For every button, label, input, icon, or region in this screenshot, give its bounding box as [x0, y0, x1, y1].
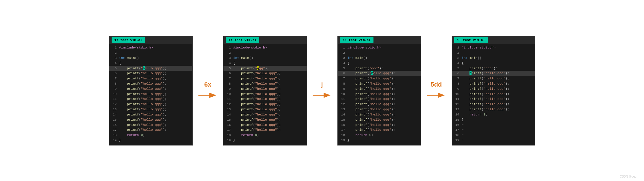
table-row: 15 printf("hello qqq"); [338, 117, 421, 122]
table-row: 17 printf("hello qqq"); [338, 127, 421, 133]
arrow-icon-3 [426, 90, 446, 100]
table-row: 12 printf("hello qqq"); [109, 102, 192, 107]
table-row: 4{ [109, 61, 192, 66]
tab-label-4: 1: test_vim.c+ [454, 37, 488, 43]
table-row: 16~ [452, 122, 535, 128]
table-row: 14 printf("hello qqq"); [109, 112, 192, 117]
table-row: 4{ [338, 61, 421, 66]
table-row: 6 printf("hello qqq"); [224, 71, 307, 76]
table-row: 12 printf("hello qqq"); [224, 102, 307, 107]
watermark: CSDN @qqq__ [620, 175, 640, 178]
table-row: 11 printf("hello qqq"); [452, 96, 535, 102]
table-row: 16 printf("hello qqq"); [338, 122, 421, 128]
table-row: 1#include<stdio.h> [224, 45, 307, 50]
table-row: 5 printf("qqq"); [224, 66, 307, 71]
table-row: 16 printf("hello qqq"); [224, 122, 307, 128]
table-row: 14 return 0; [452, 112, 535, 117]
table-row: 6 printf("hello qqq"); [109, 71, 192, 76]
table-row: 13 printf("hello qqq"); [338, 107, 421, 112]
table-row: 15 printf("hello qqq"); [224, 117, 307, 122]
table-row: 13 printf("hello qqq"); [224, 107, 307, 112]
editor-panel-4: 1: test_vim.c+ 1#include<stdio.h> 2 3int… [452, 36, 535, 145]
tab-label-2: 1: test_vim.c+ [226, 37, 260, 43]
table-row: 18~ [452, 133, 535, 138]
table-row: 13 printf("hello qqq"); [452, 107, 535, 112]
table-row: 9 printf("hello qqq"); [338, 86, 421, 92]
table-row: 18 return 0; [109, 133, 192, 138]
code-area-2: 1#include<stdio.h> 2 3int main() 4{ 5 pr… [224, 44, 307, 144]
table-row: 8 printf("hello qqq"); [338, 81, 421, 86]
table-row: 11 printf("hello qqq"); [224, 96, 307, 102]
tab-label-1: 1: test_vim.c+ [112, 37, 145, 43]
table-row: 3int main() [224, 55, 307, 61]
editor-panel-3: 1: test_vim.c+ 1#include<stdio.h> 2 3int… [337, 36, 421, 145]
table-row: 7 printf("hello qqq"); [338, 76, 421, 81]
table-row: 14 printf("hello qqq"); [338, 112, 421, 117]
arrow-2: j [312, 81, 332, 100]
editor-panel-1: 1: test_vim.c+ 1#include<stdio.h> 2 3int… [109, 36, 193, 145]
table-row: 9 printf("hello qqq"); [224, 86, 307, 92]
table-row: 17 printf("hello qqq"); [224, 127, 307, 133]
table-row: 16 printf("hello qqq"); [109, 122, 192, 128]
table-row: 2 [452, 50, 535, 55]
table-row: 10 printf("hello qqq"); [338, 92, 421, 97]
table-row: 9 printf("hello qqq"); [109, 86, 192, 92]
table-row: 7 printf("hello qqq"); [224, 76, 307, 81]
table-row: 19} [338, 138, 421, 143]
table-row: 15 printf("hello qqq"); [109, 117, 192, 122]
code-area-3: 1#include<stdio.h> 2 3int main() 4{ 5 pr… [338, 44, 421, 144]
tab-bar-2: 1: test_vim.c+ [224, 36, 307, 44]
table-row: 8 printf("hello qqq"); [224, 81, 307, 86]
table-row: 19~ [452, 138, 535, 143]
table-row: 12 printf("hello qqq"); [338, 102, 421, 107]
table-row: 3int main() [452, 55, 535, 61]
table-row: 6 printf("hello qqq"); [452, 71, 535, 76]
table-row: 8 printf("hello qqq"); [452, 81, 535, 86]
arrow-icon-2 [312, 90, 332, 100]
table-row: 4{ [452, 61, 535, 66]
table-row: 18 return 0; [338, 133, 421, 138]
arrow-icon-1 [198, 90, 218, 100]
table-row: 11 printf("hello qqq"); [109, 96, 192, 102]
main-container: 1: test_vim.c+ 1#include<stdio.h> 2 3int… [100, 30, 544, 151]
table-row: 19} [224, 138, 307, 143]
table-row: 13 printf("hello qqq"); [109, 107, 192, 112]
arrow-label-3: 5dd [431, 81, 442, 88]
table-row: 9 printf("hello qqq"); [452, 86, 535, 92]
tab-bar-1: 1: test_vim.c+ [109, 36, 192, 44]
tab-bar-4: 1: test_vim.c+ [452, 36, 535, 44]
arrow-label-1: 6x [204, 81, 211, 88]
table-row: 12 printf("hello qqq"); [452, 102, 535, 107]
table-row: 2 [109, 50, 192, 55]
table-row: 1#include<stdio.h> [452, 45, 535, 50]
table-row: 10 printf("hello qqq"); [452, 92, 535, 97]
table-row: 5 printf("qqq"); [452, 66, 535, 71]
table-row: 4{ [224, 61, 307, 66]
table-row: 11 printf("hello qqq"); [338, 96, 421, 102]
table-row: 6 printf("hello qqq"); [338, 71, 421, 76]
arrow-1: 6x [198, 81, 218, 100]
table-row: 3int main() [109, 55, 192, 61]
table-row: 2 [338, 50, 421, 55]
table-row: 17~ [452, 127, 535, 133]
code-area-1: 1#include<stdio.h> 2 3int main() 4{ 5 pr… [109, 44, 192, 144]
table-row: 17 printf("hello qqq"); [109, 127, 192, 133]
editor-panel-2: 1: test_vim.c+ 1#include<stdio.h> 2 3int… [223, 36, 307, 145]
table-row: 1#include<stdio.h> [338, 45, 421, 50]
table-row: 8 printf("hello qqq"); [109, 81, 192, 86]
arrow-label-2: j [321, 81, 323, 88]
arrow-3: 5dd [426, 81, 446, 100]
table-row: 15} [452, 117, 535, 122]
code-area-4: 1#include<stdio.h> 2 3int main() 4{ 5 pr… [452, 44, 535, 144]
table-row: 19} [109, 138, 192, 143]
table-row: 10 printf("hello qqq"); [224, 92, 307, 97]
table-row: 18 return 0; [224, 133, 307, 138]
table-row: 3int main() [338, 55, 421, 61]
table-row: 5 printf("hello qqq"); [109, 66, 192, 71]
tab-bar-3: 1: test_vim.c+ [338, 36, 421, 44]
table-row: 1#include<stdio.h> [109, 45, 192, 50]
tab-label-3: 1: test_vim.c+ [340, 37, 374, 43]
table-row: 7 printf("hello qqq"); [452, 76, 535, 81]
table-row: 5 printf("qqq"); [338, 66, 421, 71]
table-row: 2 [224, 50, 307, 55]
